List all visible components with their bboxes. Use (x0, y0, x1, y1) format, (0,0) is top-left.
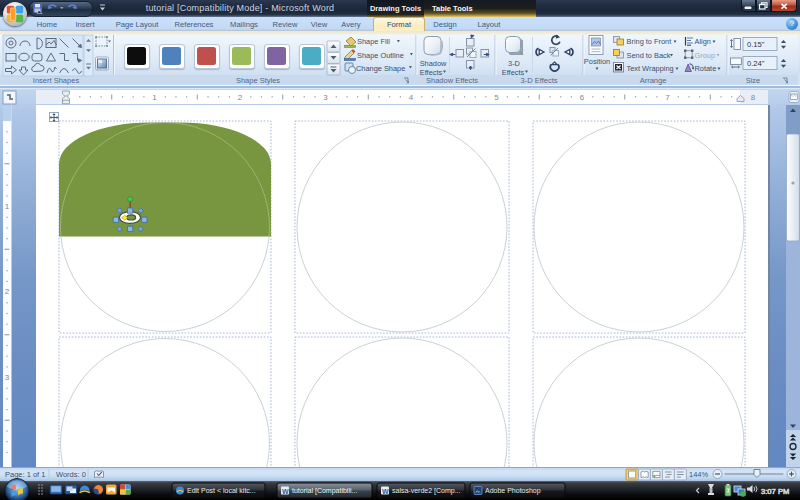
svg-text:Adobe Photoshop: Adobe Photoshop (485, 487, 541, 495)
svg-text:Shape Outline: Shape Outline (357, 51, 404, 60)
svg-text:Size: Size (746, 76, 761, 85)
svg-text:Effects: Effects (502, 68, 525, 77)
svg-text:Text Wrapping: Text Wrapping (627, 64, 674, 73)
svg-text:1: 1 (152, 93, 157, 102)
svg-text:Shape Styles: Shape Styles (236, 76, 280, 85)
svg-text:2: 2 (5, 287, 10, 296)
svg-text:Effects: Effects (420, 68, 443, 77)
svg-text:Change Shape: Change Shape (356, 64, 405, 73)
svg-text:Shadow Effects: Shadow Effects (426, 76, 478, 85)
svg-text:3-D Effects: 3-D Effects (521, 76, 558, 85)
svg-text:3: 3 (5, 373, 10, 382)
svg-text:W: W (282, 488, 289, 495)
svg-text:Insert Shapes: Insert Shapes (33, 76, 80, 85)
svg-text:Group: Group (695, 51, 716, 60)
svg-text:7: 7 (665, 93, 670, 102)
svg-text:5: 5 (494, 93, 499, 102)
svg-text:Shape Fill: Shape Fill (357, 37, 390, 46)
svg-text:Shadow: Shadow (420, 59, 447, 68)
svg-text:W: W (382, 488, 389, 495)
svg-text:Rotate: Rotate (695, 64, 717, 73)
svg-text:0.15": 0.15" (747, 40, 765, 49)
svg-text:salsa-verde2 [Comp...: salsa-verde2 [Comp... (392, 487, 461, 495)
svg-text:Bring to Front: Bring to Front (627, 37, 672, 46)
svg-text:1: 1 (5, 202, 10, 211)
svg-text:tutorial [Compatibili...: tutorial [Compatibili... (292, 487, 357, 495)
svg-text:2: 2 (238, 93, 243, 102)
svg-text:Align: Align (695, 37, 711, 46)
svg-text:3: 3 (323, 93, 328, 102)
svg-text:0.24": 0.24" (747, 59, 765, 68)
svg-text:6: 6 (580, 93, 585, 102)
svg-text:3:07 PM: 3:07 PM (761, 487, 789, 496)
svg-text:4: 4 (409, 93, 414, 102)
svg-text:Edit Post < local kitc...: Edit Post < local kitc... (187, 487, 256, 494)
svg-text:Send to Back: Send to Back (627, 51, 671, 60)
svg-text:Position: Position (584, 57, 610, 66)
svg-text:Arrange: Arrange (640, 76, 667, 85)
svg-text:8: 8 (751, 93, 756, 102)
svg-text:3-D: 3-D (508, 59, 520, 68)
